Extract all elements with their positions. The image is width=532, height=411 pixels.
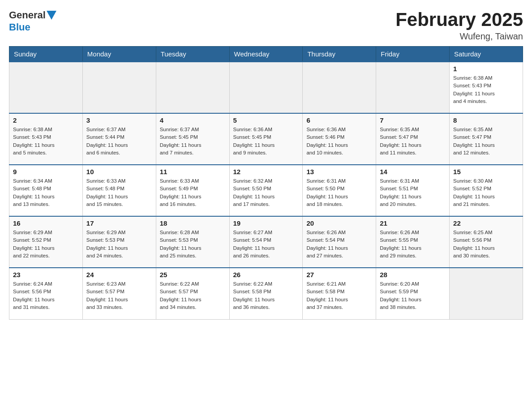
calendar-cell: 20Sunrise: 6:26 AM Sunset: 5:54 PM Dayli…	[303, 216, 376, 268]
day-number: 18	[160, 219, 226, 227]
calendar-header-tuesday: Tuesday	[156, 47, 229, 62]
calendar-cell: 9Sunrise: 6:34 AM Sunset: 5:48 PM Daylig…	[9, 165, 83, 216]
day-info: Sunrise: 6:26 AM Sunset: 5:55 PM Dayligh…	[380, 229, 446, 260]
calendar-cell: 19Sunrise: 6:27 AM Sunset: 5:54 PM Dayli…	[229, 216, 303, 268]
calendar-header-row: SundayMondayTuesdayWednesdayThursdayFrid…	[9, 47, 523, 62]
day-info: Sunrise: 6:38 AM Sunset: 5:43 PM Dayligh…	[453, 74, 519, 105]
calendar-cell: 21Sunrise: 6:26 AM Sunset: 5:55 PM Dayli…	[376, 216, 450, 268]
calendar-cell: 10Sunrise: 6:33 AM Sunset: 5:48 PM Dayli…	[82, 165, 156, 216]
day-info: Sunrise: 6:25 AM Sunset: 5:56 PM Dayligh…	[453, 229, 519, 260]
logo: General Blue	[9, 9, 56, 33]
calendar-week-row-4: 16Sunrise: 6:29 AM Sunset: 5:52 PM Dayli…	[9, 216, 523, 268]
day-number: 13	[306, 168, 372, 176]
day-number: 27	[306, 271, 372, 278]
calendar-cell: 12Sunrise: 6:32 AM Sunset: 5:50 PM Dayli…	[229, 165, 303, 216]
calendar-cell: 23Sunrise: 6:24 AM Sunset: 5:56 PM Dayli…	[9, 268, 83, 319]
day-number: 2	[13, 116, 79, 124]
logo-blue-text: Blue	[9, 21, 30, 33]
day-info: Sunrise: 6:27 AM Sunset: 5:54 PM Dayligh…	[233, 229, 299, 260]
day-info: Sunrise: 6:35 AM Sunset: 5:47 PM Dayligh…	[453, 126, 519, 157]
calendar-cell	[376, 62, 450, 113]
day-info: Sunrise: 6:22 AM Sunset: 5:57 PM Dayligh…	[160, 280, 226, 311]
day-number: 4	[160, 116, 226, 124]
calendar-cell	[450, 268, 523, 319]
calendar-cell: 6Sunrise: 6:36 AM Sunset: 5:46 PM Daylig…	[303, 113, 376, 165]
calendar-cell: 7Sunrise: 6:35 AM Sunset: 5:47 PM Daylig…	[376, 113, 450, 165]
day-number: 8	[453, 116, 519, 124]
day-number: 11	[160, 168, 226, 176]
day-info: Sunrise: 6:29 AM Sunset: 5:52 PM Dayligh…	[13, 229, 79, 260]
calendar-cell: 16Sunrise: 6:29 AM Sunset: 5:52 PM Dayli…	[9, 216, 83, 268]
calendar-cell	[9, 62, 83, 113]
calendar-cell	[229, 62, 303, 113]
calendar-cell: 14Sunrise: 6:31 AM Sunset: 5:51 PM Dayli…	[376, 165, 450, 216]
day-info: Sunrise: 6:29 AM Sunset: 5:53 PM Dayligh…	[86, 229, 152, 260]
day-number: 16	[13, 219, 79, 227]
calendar-cell: 24Sunrise: 6:23 AM Sunset: 5:57 PM Dayli…	[82, 268, 156, 319]
day-number: 21	[380, 219, 446, 227]
day-number: 10	[86, 168, 152, 176]
calendar-cell: 17Sunrise: 6:29 AM Sunset: 5:53 PM Dayli…	[82, 216, 156, 268]
day-info: Sunrise: 6:32 AM Sunset: 5:50 PM Dayligh…	[233, 177, 299, 208]
calendar-week-row-5: 23Sunrise: 6:24 AM Sunset: 5:56 PM Dayli…	[9, 268, 523, 319]
day-info: Sunrise: 6:23 AM Sunset: 5:57 PM Dayligh…	[86, 280, 152, 311]
day-info: Sunrise: 6:33 AM Sunset: 5:48 PM Dayligh…	[86, 177, 152, 208]
calendar-cell: 2Sunrise: 6:38 AM Sunset: 5:43 PM Daylig…	[9, 113, 83, 165]
calendar-header-friday: Friday	[376, 47, 450, 62]
location-subtitle: Wufeng, Taiwan	[395, 31, 523, 42]
day-number: 5	[233, 116, 299, 124]
day-info: Sunrise: 6:38 AM Sunset: 5:43 PM Dayligh…	[13, 126, 79, 157]
day-number: 17	[86, 219, 152, 227]
day-info: Sunrise: 6:21 AM Sunset: 5:58 PM Dayligh…	[306, 280, 372, 311]
title-section: February 2025 Wufeng, Taiwan	[395, 9, 523, 42]
day-number: 12	[233, 168, 299, 176]
calendar-cell: 18Sunrise: 6:28 AM Sunset: 5:53 PM Dayli…	[156, 216, 229, 268]
calendar-cell	[156, 62, 229, 113]
calendar-cell: 11Sunrise: 6:33 AM Sunset: 5:49 PM Dayli…	[156, 165, 229, 216]
day-number: 14	[380, 168, 446, 176]
calendar-cell	[82, 62, 156, 113]
calendar-week-row-3: 9Sunrise: 6:34 AM Sunset: 5:48 PM Daylig…	[9, 165, 523, 216]
day-info: Sunrise: 6:30 AM Sunset: 5:52 PM Dayligh…	[453, 177, 519, 208]
day-info: Sunrise: 6:36 AM Sunset: 5:45 PM Dayligh…	[233, 126, 299, 157]
calendar-cell: 3Sunrise: 6:37 AM Sunset: 5:44 PM Daylig…	[82, 113, 156, 165]
calendar-cell	[303, 62, 376, 113]
day-info: Sunrise: 6:22 AM Sunset: 5:58 PM Dayligh…	[233, 280, 299, 311]
day-number: 9	[13, 168, 79, 176]
day-info: Sunrise: 6:20 AM Sunset: 5:59 PM Dayligh…	[380, 280, 446, 311]
day-info: Sunrise: 6:31 AM Sunset: 5:50 PM Dayligh…	[306, 177, 372, 208]
day-number: 26	[233, 271, 299, 278]
calendar-week-row-2: 2Sunrise: 6:38 AM Sunset: 5:43 PM Daylig…	[9, 113, 523, 165]
day-info: Sunrise: 6:36 AM Sunset: 5:46 PM Dayligh…	[306, 126, 372, 157]
logo-general-text: General	[9, 9, 46, 21]
day-number: 15	[453, 168, 519, 176]
day-number: 19	[233, 219, 299, 227]
calendar-cell: 15Sunrise: 6:30 AM Sunset: 5:52 PM Dayli…	[450, 165, 523, 216]
day-number: 22	[453, 219, 519, 227]
day-number: 20	[306, 219, 372, 227]
calendar-header-wednesday: Wednesday	[229, 47, 303, 62]
calendar-cell: 5Sunrise: 6:36 AM Sunset: 5:45 PM Daylig…	[229, 113, 303, 165]
day-number: 1	[453, 65, 519, 73]
calendar-week-row-1: 1Sunrise: 6:38 AM Sunset: 5:43 PM Daylig…	[9, 62, 523, 113]
calendar-cell: 4Sunrise: 6:37 AM Sunset: 5:45 PM Daylig…	[156, 113, 229, 165]
page-header: General Blue February 2025 Wufeng, Taiwa…	[9, 9, 523, 42]
day-info: Sunrise: 6:33 AM Sunset: 5:49 PM Dayligh…	[160, 177, 226, 208]
calendar-header-thursday: Thursday	[303, 47, 376, 62]
day-number: 7	[380, 116, 446, 124]
calendar-cell: 8Sunrise: 6:35 AM Sunset: 5:47 PM Daylig…	[450, 113, 523, 165]
day-info: Sunrise: 6:35 AM Sunset: 5:47 PM Dayligh…	[380, 126, 446, 157]
logo-triangle-icon	[47, 11, 56, 20]
calendar-cell: 1Sunrise: 6:38 AM Sunset: 5:43 PM Daylig…	[450, 62, 523, 113]
calendar-table: SundayMondayTuesdayWednesdayThursdayFrid…	[9, 46, 523, 320]
calendar-header-monday: Monday	[82, 47, 156, 62]
day-info: Sunrise: 6:28 AM Sunset: 5:53 PM Dayligh…	[160, 229, 226, 260]
day-info: Sunrise: 6:24 AM Sunset: 5:56 PM Dayligh…	[13, 280, 79, 311]
day-number: 3	[86, 116, 152, 124]
calendar-cell: 25Sunrise: 6:22 AM Sunset: 5:57 PM Dayli…	[156, 268, 229, 319]
day-info: Sunrise: 6:34 AM Sunset: 5:48 PM Dayligh…	[13, 177, 79, 208]
day-number: 23	[13, 271, 79, 278]
day-number: 24	[86, 271, 152, 278]
calendar-header-saturday: Saturday	[450, 47, 523, 62]
day-info: Sunrise: 6:31 AM Sunset: 5:51 PM Dayligh…	[380, 177, 446, 208]
